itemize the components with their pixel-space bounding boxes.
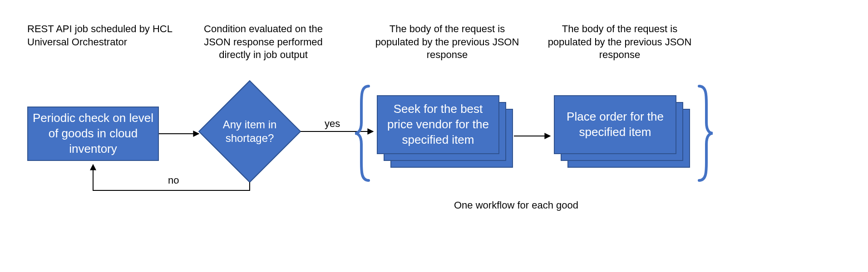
caption-body-2: The body of the request is populated by …: [545, 23, 695, 62]
node-seek-vendor-stack: Seek for the best price vendor for the s…: [377, 95, 513, 168]
node-seek-vendor-label: Seek for the best price vendor for the s…: [384, 102, 492, 147]
edge-label-yes: yes: [325, 118, 340, 130]
bracket-left: [355, 86, 369, 180]
node-place-order-stack: Place order for the specified item: [554, 95, 690, 168]
bracket-right: [699, 86, 713, 180]
caption-rest-api: REST API job scheduled by HCL Universal …: [27, 23, 182, 49]
node-periodic-check: Periodic check on level of goods in clou…: [27, 107, 159, 161]
footer-one-workflow: One workflow for each good: [454, 199, 578, 211]
node-place-order: Place order for the specified item: [554, 95, 676, 154]
caption-condition: Condition evaluated on the JSON response…: [191, 23, 336, 62]
edge-label-no: no: [168, 175, 179, 186]
node-decision: Any item in shortage?: [213, 95, 286, 168]
node-seek-vendor: Seek for the best price vendor for the s…: [377, 95, 499, 154]
node-decision-label: Any item in shortage?: [213, 118, 286, 145]
caption-body-1: The body of the request is populated by …: [372, 23, 522, 62]
flowchart-canvas: REST API job scheduled by HCL Universal …: [0, 0, 868, 272]
node-periodic-check-label: Periodic check on level of goods in clou…: [31, 111, 155, 156]
node-place-order-label: Place order for the specified item: [561, 109, 669, 140]
